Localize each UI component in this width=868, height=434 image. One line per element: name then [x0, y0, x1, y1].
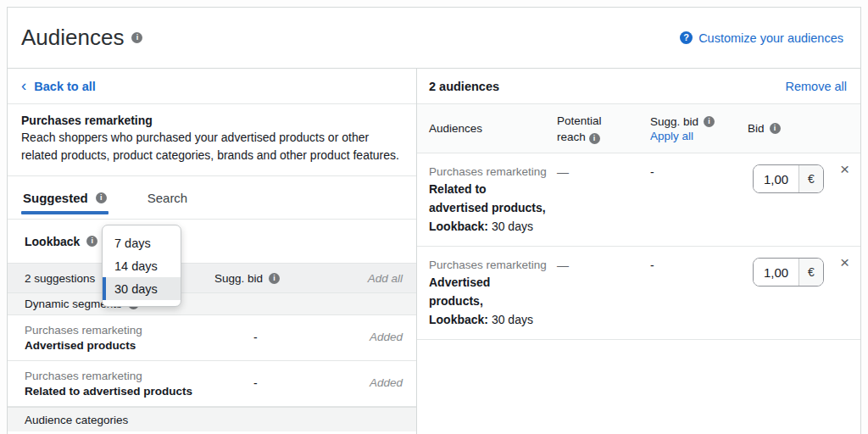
lookback-key: Lookback: [429, 220, 488, 233]
section-audience-categories[interactable]: Audience categories [8, 407, 416, 431]
suggestions-table-header: 2 suggestions Sugg. bid i Add all [8, 264, 416, 293]
audience-categories-label: Audience categories [25, 414, 128, 426]
bid-input-group: € [753, 258, 824, 287]
remove-audience-icon[interactable]: × [840, 257, 849, 269]
audiences-info-icon[interactable]: i [131, 32, 142, 43]
page-title: Audiences i [21, 25, 142, 51]
suggestion-row: Purchases remarketing Related to adverti… [8, 361, 416, 407]
selected-audiences-panel: 2 audiences Remove all Audiences Potenti… [417, 69, 860, 434]
tabs-bar: Suggested i Search [8, 176, 416, 220]
remove-all-button[interactable]: Remove all [785, 80, 847, 93]
lookback-key: Lookback: [429, 313, 488, 326]
suggestion-name: Advertised products [25, 338, 403, 353]
apply-all-button[interactable]: Apply all [650, 130, 748, 142]
sugg-bid-info-icon[interactable]: i [704, 116, 715, 127]
customize-audiences-link[interactable]: ? Customize your audiences [680, 31, 843, 45]
tab-suggested[interactable]: Suggested i [21, 176, 108, 219]
currency-euro-label: € [798, 165, 823, 192]
potential-reach-info-icon[interactable]: i [589, 133, 600, 144]
selected-audiences-header: 2 audiences Remove all [417, 69, 860, 104]
bid-input[interactable] [754, 165, 798, 192]
column-bid: Bid i [748, 122, 860, 135]
suggestion-status-added: Added [370, 331, 403, 343]
lookback-label: Lookback [25, 235, 80, 248]
audience-name: Advertised products, [429, 273, 546, 310]
bid-label: Bid [748, 122, 765, 135]
tab-search[interactable]: Search [146, 176, 190, 219]
audience-lookback: Lookback: 30 days [429, 310, 557, 329]
suggested-bid-column-header: Sugg. bid i [214, 272, 280, 285]
audiences-table-header: Audiences Potential reach i Sugg. bid i … [417, 104, 860, 153]
suggestion-category: Purchases remarketing [25, 323, 403, 338]
sugg-bid-value: - [650, 164, 748, 179]
suggestion-status-added: Added [370, 376, 403, 389]
suggested-bid-info-icon[interactable]: i [269, 273, 280, 284]
audience-category: Purchases remarketing [429, 164, 557, 180]
tab-suggested-label: Suggested [23, 191, 88, 205]
back-chevron-icon: ‹ [21, 77, 26, 93]
customize-link-label: Customize your audiences [698, 31, 843, 45]
audience-name: Related to advertised products, [429, 180, 546, 217]
audiences-card: Audiences i ? Customize your audiences ‹… [7, 7, 861, 434]
currency-euro-label: € [798, 259, 823, 286]
potential-reach-value: — [557, 164, 650, 179]
lookback-option-30-days[interactable]: 30 days [103, 277, 181, 300]
column-sugg-bid: Sugg. bid i Apply all [650, 115, 748, 142]
potential-reach-value: — [557, 258, 650, 272]
audience-type-title: Purchases remarketing [21, 114, 403, 127]
suggestions-panel: ‹ Back to all Purchases remarketing Reac… [8, 69, 417, 434]
suggestion-name: Related to advertised products [25, 384, 403, 399]
bid-input-group: € [753, 164, 824, 193]
tab-search-label: Search [147, 191, 188, 205]
content-area: ‹ Back to all Purchases remarketing Reac… [8, 69, 860, 434]
column-potential-reach: Potential reach i [557, 113, 618, 145]
suggestions-count: 2 suggestions [25, 272, 95, 285]
suggested-bid-label: Sugg. bid [214, 272, 263, 285]
sugg-bid-value: - [650, 258, 748, 272]
suggestion-sugg-bid: - [253, 331, 258, 344]
audience-lookback: Lookback: 30 days [429, 217, 557, 236]
audience-type-description: Purchases remarketing Reach shoppers who… [8, 104, 416, 176]
back-link-label: Back to all [34, 80, 96, 93]
bid-info-icon[interactable]: i [770, 123, 781, 134]
audience-type-text: Reach shoppers who purchased your advert… [21, 129, 403, 164]
audience-row: Purchases remarketing Related to adverti… [417, 153, 860, 247]
lookback-option-14-days[interactable]: 14 days [103, 254, 181, 277]
suggestion-sugg-bid: - [253, 376, 258, 390]
lookback-value: 30 days [492, 313, 533, 326]
back-to-all-link[interactable]: ‹ Back to all [8, 69, 416, 104]
suggested-info-icon[interactable]: i [96, 192, 107, 203]
audience-row: Purchases remarketing Advertised product… [417, 247, 860, 340]
lookback-info-icon[interactable]: i [86, 236, 97, 247]
section-dynamic-segments[interactable]: Dynamic segments i [8, 293, 416, 315]
lookback-dropdown: 7 days 14 days 30 days [102, 225, 181, 307]
add-all-button[interactable]: Add all [368, 272, 403, 285]
audience-category: Purchases remarketing [429, 258, 557, 273]
audience-cell: Purchases remarketing Advertised product… [429, 258, 557, 329]
bid-input[interactable] [754, 259, 798, 286]
lookback-row: Lookback i [8, 220, 416, 264]
help-question-icon: ? [680, 31, 693, 44]
sugg-bid-label: Sugg. bid [650, 115, 698, 128]
lookback-option-7-days[interactable]: 7 days [103, 231, 181, 254]
page-title-text: Audiences [21, 25, 124, 51]
audience-cell: Purchases remarketing Related to adverti… [429, 164, 557, 236]
suggestion-category: Purchases remarketing [25, 369, 403, 384]
card-header: Audiences i ? Customize your audiences [8, 8, 860, 69]
lookback-value: 30 days [492, 220, 533, 233]
remove-audience-icon[interactable]: × [840, 164, 849, 175]
audiences-count: 2 audiences [429, 80, 499, 93]
suggestion-row: Purchases remarketing Advertised product… [8, 315, 416, 361]
column-audiences: Audiences [429, 122, 557, 135]
